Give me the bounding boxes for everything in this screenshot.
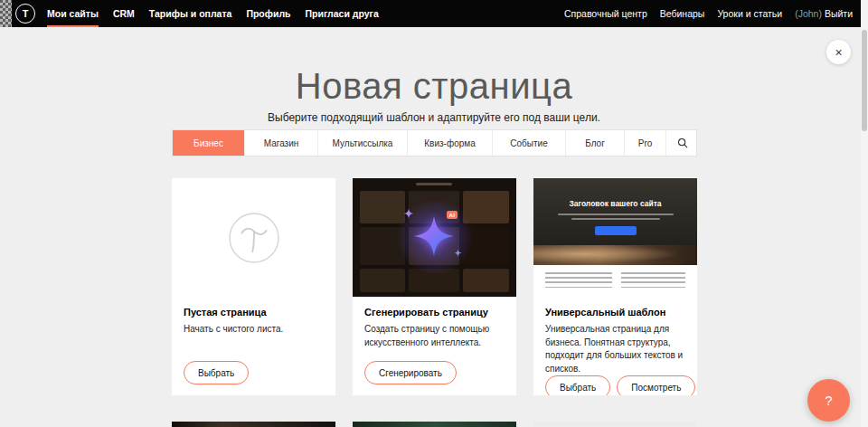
universal-preview: Заголовок вашего сайта xyxy=(533,178,697,297)
choose-universal-button[interactable]: Выбрать xyxy=(545,375,610,395)
card-actions: Сгенерировать xyxy=(364,361,505,384)
topbar: T Мои сайты CRM Тарифы и оплата Профиль … xyxy=(0,0,868,27)
primary-nav: Мои сайты CRM Тарифы и оплата Профиль Пр… xyxy=(47,0,379,27)
card-title: Сгенерировать страницу xyxy=(364,307,505,318)
nav-invite-friend[interactable]: Пригласи друга xyxy=(306,0,379,27)
search-icon xyxy=(677,138,688,148)
template-category-tabs: Бизнес Магазин Мультиссылка Квиз-форма С… xyxy=(172,129,697,157)
page-subtitle: Выберите подходящий шаблон и адаптируйте… xyxy=(0,111,868,124)
corner-texture xyxy=(0,0,12,27)
preview-text-line xyxy=(558,214,674,215)
card-body: Сгенерировать страницу Создать страницу … xyxy=(353,297,516,395)
tab-pro[interactable]: Pro xyxy=(624,130,665,156)
tab-multilink[interactable]: Мультиссылка xyxy=(317,130,407,156)
ai-sparkle-small-icon xyxy=(454,249,462,257)
nav-tariffs[interactable]: Тарифы и оплата xyxy=(149,0,232,27)
help-icon: ? xyxy=(825,393,832,408)
card-actions: Выбрать Посмотреть xyxy=(545,375,685,395)
ai-sparkle-icon xyxy=(412,214,456,258)
card-description: Универсальная страница для бизнеса. Поня… xyxy=(545,323,685,375)
preview-cta-button xyxy=(595,226,637,235)
template-grid: Пустая страница Начать с чистого листа. … xyxy=(172,178,697,395)
logo-letter: T xyxy=(23,8,29,19)
choose-blank-button[interactable]: Выбрать xyxy=(184,361,249,384)
scrollbar-thumb[interactable] xyxy=(862,30,867,131)
template-card-partial[interactable] xyxy=(533,422,697,427)
nav-crm[interactable]: CRM xyxy=(113,0,135,27)
logout-label: Выйти xyxy=(825,8,853,19)
preview-decor xyxy=(416,183,452,185)
preview-text-column xyxy=(545,272,612,290)
preview-site-title: Заголовок вашего сайта xyxy=(533,178,697,208)
close-button[interactable]: × xyxy=(826,40,851,64)
username: (John) xyxy=(795,8,822,19)
tab-shop[interactable]: Магазин xyxy=(244,130,317,156)
tab-blog[interactable]: Блог xyxy=(565,130,624,156)
preview-text-section xyxy=(533,265,697,297)
template-card-partial[interactable] xyxy=(353,422,516,427)
nav-lessons[interactable]: Уроки и статьи xyxy=(717,0,782,27)
card-title: Универсальный шаблон xyxy=(545,307,685,318)
nav-webinars[interactable]: Вебинары xyxy=(660,0,705,27)
ai-badge: AI xyxy=(447,211,458,219)
preview-text-column xyxy=(621,272,685,290)
preview-photo xyxy=(533,245,697,265)
tab-event[interactable]: Событие xyxy=(492,130,565,156)
secondary-nav: Справочный центр Вебинары Уроки и статьи… xyxy=(564,0,853,27)
page-title: Новая страница xyxy=(0,66,868,107)
card-body: Пустая страница Начать с чистого листа. … xyxy=(172,297,335,395)
preview-hero: Заголовок вашего сайта xyxy=(533,178,697,265)
tilda-logo-icon xyxy=(222,205,287,270)
help-button[interactable]: ? xyxy=(807,379,850,422)
scrollbar[interactable] xyxy=(861,0,868,427)
close-icon: × xyxy=(835,45,842,60)
card-title: Пустая страница xyxy=(184,307,324,318)
ai-sparkle-small-icon xyxy=(403,208,414,219)
tab-business[interactable]: Бизнес xyxy=(173,130,244,156)
blank-preview xyxy=(172,178,335,297)
template-card-partial[interactable] xyxy=(172,422,335,427)
tilda-logo[interactable]: T xyxy=(15,4,35,24)
tab-search[interactable] xyxy=(665,130,698,156)
card-actions: Выбрать xyxy=(184,361,324,384)
nav-my-sites[interactable]: Мои сайты xyxy=(47,0,99,27)
card-description: Начать с чистого листа. xyxy=(184,323,324,337)
view-universal-button[interactable]: Посмотреть xyxy=(617,375,695,395)
template-card-blank[interactable]: Пустая страница Начать с чистого листа. … xyxy=(172,178,335,395)
tab-quiz-form[interactable]: Квиз-форма xyxy=(407,130,492,156)
card-body: Универсальный шаблон Универсальная стран… xyxy=(533,297,697,395)
template-card-ai-generate[interactable]: AI Сгенерировать страницу Создать страни… xyxy=(353,178,516,395)
template-card-universal[interactable]: Заголовок вашего сайта Универсальный шаб… xyxy=(533,178,697,395)
generate-button[interactable]: Сгенерировать xyxy=(364,361,457,384)
app-window: T Мои сайты CRM Тарифы и оплата Профиль … xyxy=(0,0,868,427)
ai-preview: AI xyxy=(353,178,516,297)
nav-profile[interactable]: Профиль xyxy=(246,0,290,27)
preview-text-line xyxy=(571,218,660,220)
card-description: Создать страницу с помощью искусственног… xyxy=(364,323,505,349)
nav-logout[interactable]: (John) Выйти xyxy=(795,0,853,27)
nav-help-center[interactable]: Справочный центр xyxy=(564,0,647,27)
